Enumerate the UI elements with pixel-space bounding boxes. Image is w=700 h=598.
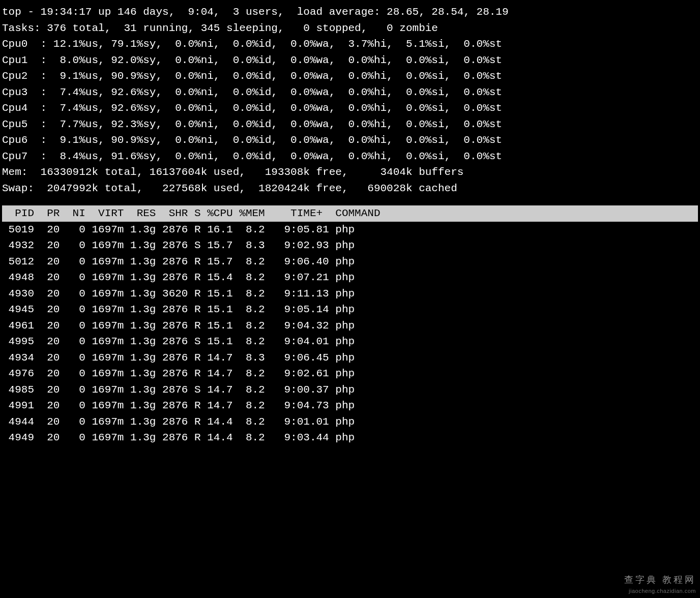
watermark-text-2: jiaocheng.chazidian.com: [624, 587, 696, 595]
process-row[interactable]: 4948 20 0 1697m 1.3g 2876 R 15.4 8.2 9:0…: [2, 270, 698, 286]
process-row[interactable]: 4961 20 0 1697m 1.3g 2876 R 15.1 8.2 9:0…: [2, 318, 698, 334]
summary-mem: Mem: 16330912k total, 16137604k used, 19…: [2, 164, 698, 181]
process-table-header[interactable]: PID PR NI VIRT RES SHR S %CPU %MEM TIME+…: [2, 205, 698, 222]
process-row[interactable]: 4985 20 0 1697m 1.3g 2876 S 14.7 8.2 9:0…: [2, 382, 698, 398]
summary-tasks: Tasks: 376 total, 31 running, 345 sleepi…: [2, 20, 698, 37]
watermark: 查字典 教程网 jiaocheng.chazidian.com: [624, 573, 696, 595]
watermark-text-1: 查字典 教程网: [624, 573, 696, 587]
summary-swap: Swap: 2047992k total, 227568k used, 1820…: [2, 181, 698, 197]
summary-cpu2: Cpu2 : 9.1%us, 90.9%sy, 0.0%ni, 0.0%id, …: [2, 68, 698, 84]
summary-cpu6: Cpu6 : 9.1%us, 90.9%sy, 0.0%ni, 0.0%id, …: [2, 132, 698, 148]
summary-cpu4: Cpu4 : 7.4%us, 92.6%sy, 0.0%ni, 0.0%id, …: [2, 100, 698, 116]
process-row[interactable]: 4995 20 0 1697m 1.3g 2876 S 15.1 8.2 9:0…: [2, 334, 698, 350]
process-row[interactable]: 4932 20 0 1697m 1.3g 2876 S 15.7 8.3 9:0…: [2, 237, 698, 254]
process-row[interactable]: 5019 20 0 1697m 1.3g 2876 R 16.1 8.2 9:0…: [2, 222, 698, 238]
summary-cpu1: Cpu1 : 8.0%us, 92.0%sy, 0.0%ni, 0.0%id, …: [2, 52, 698, 69]
process-row[interactable]: 4934 20 0 1697m 1.3g 2876 R 14.7 8.3 9:0…: [2, 350, 698, 366]
summary-cpu7: Cpu7 : 8.4%us, 91.6%sy, 0.0%ni, 0.0%id, …: [2, 148, 698, 165]
process-row[interactable]: 4945 20 0 1697m 1.3g 2876 R 15.1 8.2 9:0…: [2, 302, 698, 318]
summary-cpu3: Cpu3 : 7.4%us, 92.6%sy, 0.0%ni, 0.0%id, …: [2, 84, 698, 101]
process-row[interactable]: 4991 20 0 1697m 1.3g 2876 R 14.7 8.2 9:0…: [2, 398, 698, 414]
summary-uptime: top - 19:34:17 up 146 days, 9:04, 3 user…: [2, 4, 698, 20]
process-row[interactable]: 4944 20 0 1697m 1.3g 2876 R 14.4 8.2 9:0…: [2, 414, 698, 430]
summary-cpu0: Cpu0 : 12.1%us, 79.1%sy, 0.0%ni, 0.0%id,…: [2, 36, 698, 52]
process-row[interactable]: 4949 20 0 1697m 1.3g 2876 R 14.4 8.2 9:0…: [2, 430, 698, 446]
process-row[interactable]: 4930 20 0 1697m 1.3g 3620 R 15.1 8.2 9:1…: [2, 286, 698, 302]
summary-cpu5: Cpu5 : 7.7%us, 92.3%sy, 0.0%ni, 0.0%id, …: [2, 116, 698, 133]
process-table-body[interactable]: 5019 20 0 1697m 1.3g 2876 R 16.1 8.2 9:0…: [2, 222, 698, 446]
top-summary: top - 19:34:17 up 146 days, 9:04, 3 user…: [2, 4, 698, 196]
process-row[interactable]: 4976 20 0 1697m 1.3g 2876 R 14.7 8.2 9:0…: [2, 366, 698, 382]
process-row[interactable]: 5012 20 0 1697m 1.3g 2876 R 15.7 8.2 9:0…: [2, 254, 698, 270]
